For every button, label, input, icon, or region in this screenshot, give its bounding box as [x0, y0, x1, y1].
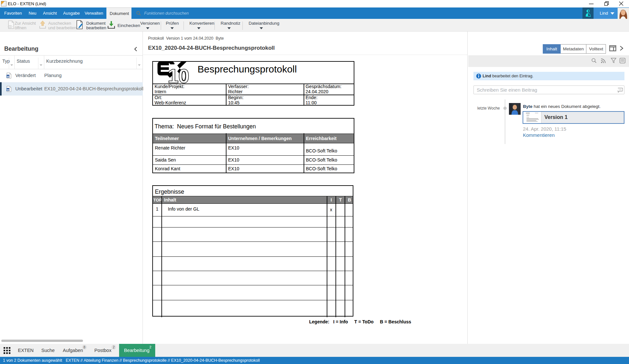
svg-text:10: 10: [168, 65, 189, 84]
svg-text:W: W: [7, 88, 9, 91]
svg-text:W: W: [7, 75, 9, 78]
